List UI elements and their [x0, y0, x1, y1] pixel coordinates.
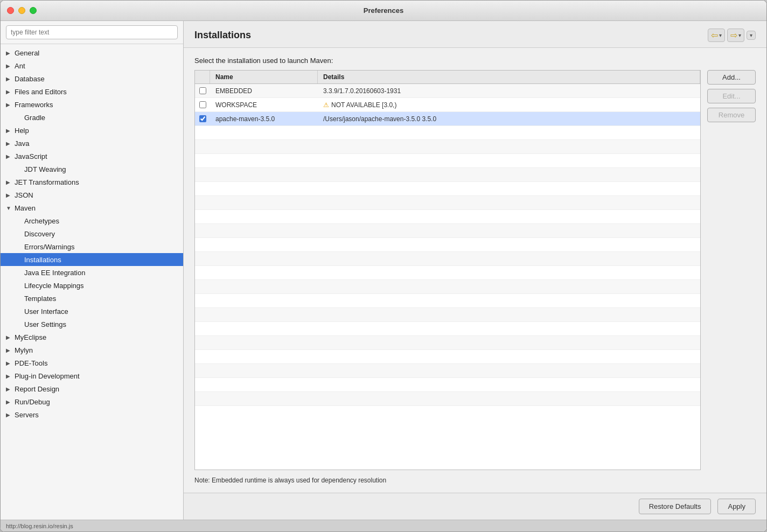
forward-button[interactable]: ⇨ ▾: [727, 29, 744, 42]
sidebar-item-myeclipse[interactable]: ▶MyEclipse: [1, 331, 183, 344]
table-row-empty: [195, 364, 700, 378]
restore-defaults-button[interactable]: Restore Defaults: [639, 499, 712, 514]
select-label: Select the installation used to launch M…: [194, 57, 756, 65]
sidebar-item-jdt-weaving[interactable]: JDT Weaving: [1, 163, 183, 176]
row-name-workspace: WORKSPACE: [210, 100, 318, 110]
sidebar-item-label-java: Java: [15, 139, 29, 148]
sidebar-item-label-installations: Installations: [24, 256, 61, 264]
table-body: EMBEDDED3.3.9/1.7.0.20160603-1931WORKSPA…: [195, 84, 700, 470]
checkbox-embedded[interactable]: [199, 87, 206, 94]
sidebar-item-label-help: Help: [15, 127, 29, 135]
sidebar-item-maven[interactable]: ▼Maven: [1, 201, 183, 214]
table-row-empty: [195, 126, 700, 140]
sidebar-item-run-debug[interactable]: ▶Run/Debug: [1, 395, 183, 408]
sidebar-item-discovery[interactable]: Discovery: [1, 227, 183, 240]
sidebar-item-javascript[interactable]: ▶JavaScript: [1, 150, 183, 163]
close-button[interactable]: [7, 7, 14, 14]
row-check-embedded[interactable]: [195, 87, 210, 94]
forward-dropdown-arrow: ▾: [738, 32, 741, 38]
chevron-ant: ▶: [6, 63, 12, 69]
sidebar-item-lifecycle-mappings[interactable]: Lifecycle Mappings: [1, 279, 183, 292]
filter-wrap: [1, 21, 183, 44]
sidebar-item-ant[interactable]: ▶Ant: [1, 59, 183, 72]
sidebar-item-label-user-settings: User Settings: [24, 320, 66, 328]
table-row-empty: [195, 336, 700, 350]
sidebar-item-label-database: Database: [15, 75, 45, 83]
minimize-button[interactable]: [18, 7, 25, 14]
table-row[interactable]: EMBEDDED3.3.9/1.7.0.20160603-1931: [195, 84, 700, 98]
chevron-frameworks: ▶: [6, 102, 12, 108]
sidebar-item-label-javascript: JavaScript: [15, 152, 47, 160]
main-content: ▶General▶Ant▶Database▶Files and Editors▶…: [1, 21, 766, 520]
sidebar-item-user-settings[interactable]: User Settings: [1, 318, 183, 331]
row-check-apache-maven[interactable]: [195, 115, 210, 122]
sidebar-item-help[interactable]: ▶Help: [1, 124, 183, 137]
sidebar-item-gradle[interactable]: Gradle: [1, 111, 183, 124]
row-check-workspace[interactable]: [195, 101, 210, 108]
sidebar-item-files-and-editors[interactable]: ▶Files and Editors: [1, 85, 183, 98]
table-row-empty: [195, 378, 700, 392]
maximize-button[interactable]: [30, 7, 37, 14]
table-row-empty: [195, 154, 700, 168]
installations-container: Name Details EMBEDDED3.3.9/1.7.0.2016060…: [194, 70, 756, 470]
sidebar-item-plug-in-development[interactable]: ▶Plug-in Development: [1, 369, 183, 382]
table-row-empty: [195, 196, 700, 210]
sidebar-item-pde-tools[interactable]: ▶PDE-Tools: [1, 356, 183, 369]
remove-button[interactable]: Remove: [707, 108, 756, 122]
table-row[interactable]: apache-maven-3.5.0/Users/jason/apache-ma…: [195, 112, 700, 126]
traffic-lights: [7, 7, 37, 14]
sidebar-item-label-general: General: [15, 49, 39, 57]
window-title: Preferences: [364, 6, 403, 15]
sidebar-item-label-mylyn: Mylyn: [15, 346, 33, 354]
sidebar-item-json[interactable]: ▶JSON: [1, 188, 183, 201]
sidebar-item-archetypes[interactable]: Archetypes: [1, 214, 183, 227]
chevron-pde-tools: ▶: [6, 360, 12, 366]
col-header-details: Details: [318, 71, 700, 83]
row-details-workspace: ⚠NOT AVAILABLE [3.0,): [318, 100, 700, 110]
sidebar-item-java-ee-integration[interactable]: Java EE Integration: [1, 266, 183, 279]
chevron-javascript: ▶: [6, 153, 12, 159]
sidebar-item-label-maven: Maven: [15, 204, 36, 212]
table-row-empty: [195, 210, 700, 224]
chevron-maven: ▼: [6, 205, 12, 211]
edit-button[interactable]: Edit...: [707, 89, 756, 103]
sidebar-item-database[interactable]: ▶Database: [1, 72, 183, 85]
checkbox-apache-maven[interactable]: [199, 115, 206, 122]
side-buttons: Add... Edit... Remove: [707, 70, 756, 470]
sidebar-item-java[interactable]: ▶Java: [1, 137, 183, 150]
sidebar-item-label-jet-transformations: JET Transformations: [15, 178, 79, 186]
sidebar-item-mylyn[interactable]: ▶Mylyn: [1, 344, 183, 356]
checkbox-workspace[interactable]: [199, 101, 206, 108]
filter-input[interactable]: [6, 25, 178, 39]
sidebar-item-report-design[interactable]: ▶Report Design: [1, 382, 183, 395]
panel-title: Installations: [194, 30, 251, 41]
sidebar-item-general[interactable]: ▶General: [1, 46, 183, 59]
sidebar-item-errors-warnings[interactable]: Errors/Warnings: [1, 240, 183, 253]
table-row[interactable]: WORKSPACE⚠NOT AVAILABLE [3.0,): [195, 98, 700, 112]
chevron-java: ▶: [6, 141, 12, 146]
sidebar-item-user-interface[interactable]: User Interface: [1, 305, 183, 318]
sidebar-item-servers[interactable]: ▶Servers: [1, 408, 183, 421]
sidebar-item-label-ant: Ant: [15, 62, 25, 70]
sidebar-item-label-plug-in-development: Plug-in Development: [15, 372, 80, 380]
chevron-myeclipse: ▶: [6, 334, 12, 340]
sidebar-item-installations[interactable]: Installations: [1, 253, 183, 266]
sidebar-item-jet-transformations[interactable]: ▶JET Transformations: [1, 176, 183, 188]
col-header-name: Name: [210, 71, 318, 83]
sidebar-item-templates[interactable]: Templates: [1, 292, 183, 305]
row-name-apache-maven: apache-maven-3.5.0: [210, 114, 318, 124]
back-button[interactable]: ⇦ ▾: [708, 29, 725, 42]
apply-button[interactable]: Apply: [717, 499, 756, 514]
sidebar-item-label-templates: Templates: [24, 295, 56, 303]
add-button[interactable]: Add...: [707, 70, 756, 85]
table-row-empty: [195, 322, 700, 336]
chevron-mylyn: ▶: [6, 347, 12, 353]
chevron-run-debug: ▶: [6, 399, 12, 405]
right-panel: Installations ⇦ ▾ ⇨ ▾ ▾ Select the insta…: [184, 21, 766, 520]
sidebar-item-label-myeclipse: MyEclipse: [15, 333, 46, 341]
table-row-empty: [195, 224, 700, 238]
panel-body: Select the installation used to launch M…: [184, 48, 766, 493]
menu-dropdown-button[interactable]: ▾: [747, 31, 756, 40]
sidebar-item-frameworks[interactable]: ▶Frameworks: [1, 98, 183, 111]
status-text: http://blog.resin.io/resin.js: [6, 523, 73, 529]
